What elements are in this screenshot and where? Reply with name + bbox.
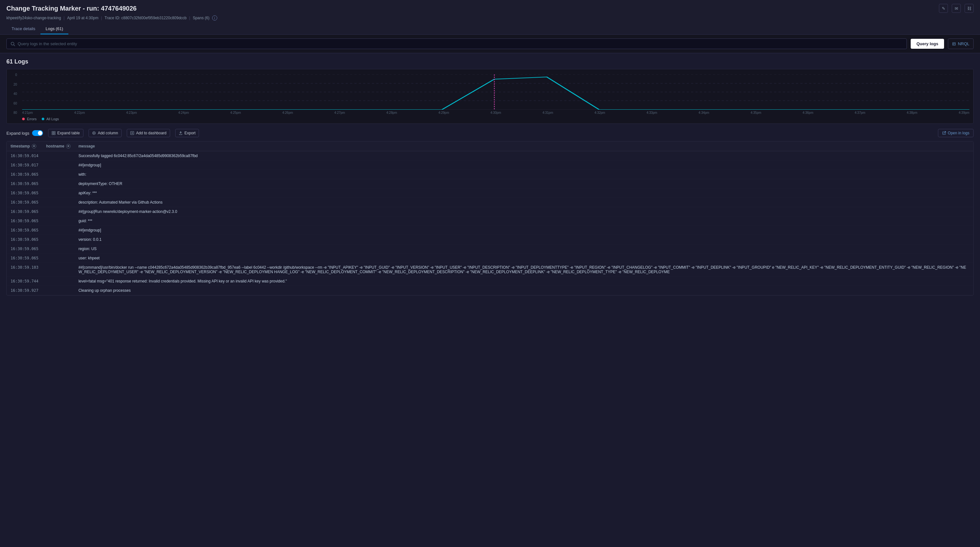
search-input[interactable] [18, 41, 903, 46]
export-button[interactable]: Export [175, 129, 199, 137]
table-row: 16:30:59.065 ##[group]Run newrelic/deplo… [7, 207, 973, 216]
cell-message: region: US [75, 244, 973, 254]
page-title: Change Tracking Marker - run: 4747649026 [6, 5, 137, 12]
tabs: Trace details Logs (61) [6, 24, 974, 34]
export-icon [179, 131, 183, 135]
chart-y-labels: 80 60 40 20 0 [7, 73, 18, 114]
nrql-button[interactable]: NRQL [948, 38, 974, 49]
col-header-message: message [75, 141, 973, 151]
table-row: 16:30:59.065 with: [7, 170, 973, 179]
cell-timestamp: 16:30:59.065 [7, 207, 42, 216]
logs-count: 61 Logs [6, 59, 974, 65]
trace-id: Trace ID: c8807c32fd00ef959eb31220c809dc… [105, 16, 187, 20]
cell-hostname [42, 286, 75, 295]
log-rows: 16:30:59.014 Successfully tagged 6c0442:… [7, 151, 973, 295]
cell-hostname [42, 161, 75, 170]
cell-hostname [42, 277, 75, 286]
breadcrumb: khpeet/fy24sko-change-tracking [6, 16, 61, 20]
cell-message: with: [75, 170, 973, 179]
cell-message: description: Automated Marker via Github… [75, 198, 973, 207]
table-row: 16:30:59.065 version: 0.0.1 [7, 235, 973, 244]
search-bar: Query logs NRQL [0, 35, 980, 53]
open-in-logs-icon [942, 131, 946, 135]
cell-hostname [42, 254, 75, 263]
cell-timestamp: 16:30:59.065 [7, 170, 42, 179]
all-logs-dot [42, 118, 44, 120]
meta-row: khpeet/fy24sko-change-tracking | April 1… [6, 15, 974, 21]
cell-timestamp: 16:30:59.017 [7, 161, 42, 170]
legend-errors: Errors [22, 117, 37, 121]
cell-message: apiKey: *** [75, 189, 973, 198]
cell-hostname [42, 207, 75, 216]
cell-hostname [42, 170, 75, 179]
legend-all-logs: All Logs [42, 117, 59, 121]
table-row: 16:30:59.014 Successfully tagged 6c0442:… [7, 151, 973, 161]
table-header-row: timestamp ✕ hostname ✕ message [7, 141, 973, 151]
table-row: 16:30:59.065 guid: *** [7, 216, 973, 226]
expand-logs-toggle[interactable] [32, 130, 43, 136]
expand-table-icon [52, 131, 56, 135]
expand-table-button[interactable]: Expand table [48, 129, 83, 137]
toggle-knob [38, 131, 42, 135]
search-input-wrap [6, 38, 907, 49]
cell-message: version: 0.0.1 [75, 235, 973, 244]
toolbar-right: Open in logs [938, 129, 974, 137]
close-hostname-col[interactable]: ✕ [66, 144, 71, 149]
info-icon[interactable]: i [212, 15, 217, 21]
cell-message: ##[command]/usr/bin/docker run --name c0… [75, 263, 973, 277]
errors-dot [22, 118, 25, 120]
cell-hostname [42, 179, 75, 189]
search-icon [11, 42, 15, 46]
header-icons: ✎ ✉ ⛓ [939, 4, 974, 13]
cell-message: ##[endgroup] [75, 226, 973, 235]
cell-timestamp: 16:30:59.103 [7, 263, 42, 277]
table-row: 16:30:59.065 region: US [7, 244, 973, 254]
tab-trace-details[interactable]: Trace details [6, 24, 40, 34]
chart-container: 80 60 40 20 0 4:21pm 4 [6, 69, 974, 124]
cell-timestamp: 16:30:59.927 [7, 286, 42, 295]
tab-logs[interactable]: Logs (61) [40, 24, 68, 34]
cell-hostname [42, 263, 75, 277]
table-row: 16:30:59.065 user: khpeet [7, 254, 973, 263]
header-top: Change Tracking Marker - run: 4747649026… [6, 4, 974, 13]
table-row: 16:30:59.744 level=fatal msg="401 respon… [7, 277, 973, 286]
chart-area [22, 75, 969, 109]
add-column-icon [92, 131, 96, 135]
chart-legend: Errors All Logs [22, 117, 969, 121]
cell-hostname [42, 216, 75, 226]
chart-svg [22, 75, 969, 109]
table-row: 16:30:59.065 description: Automated Mark… [7, 198, 973, 207]
mail-icon[interactable]: ✉ [952, 4, 961, 13]
expand-logs-label: Expand logs [6, 131, 30, 136]
cell-hostname [42, 151, 75, 161]
expand-logs-wrap: Expand logs [6, 130, 43, 136]
open-in-logs-button[interactable]: Open in logs [938, 129, 974, 137]
col-header-hostname: hostname ✕ [42, 141, 75, 151]
date-label: April 19 at 4:30pm [67, 16, 98, 20]
toolbar: Expand logs Expand table Add column [6, 129, 974, 137]
table-row: 16:30:59.065 apiKey: *** [7, 189, 973, 198]
cell-hostname [42, 235, 75, 244]
cell-timestamp: 16:30:59.065 [7, 216, 42, 226]
cell-timestamp: 16:30:59.065 [7, 198, 42, 207]
logs-table: timestamp ✕ hostname ✕ message [7, 141, 973, 295]
link-icon[interactable]: ⛓ [965, 4, 974, 13]
cell-timestamp: 16:30:59.014 [7, 151, 42, 161]
query-logs-button[interactable]: Query logs [911, 39, 944, 49]
main-content: 61 Logs 80 60 40 20 0 [0, 53, 980, 301]
close-timestamp-col[interactable]: ✕ [32, 144, 36, 149]
edit-icon[interactable]: ✎ [939, 4, 948, 13]
col-header-timestamp: timestamp ✕ [7, 141, 42, 151]
cell-hostname [42, 226, 75, 235]
table-row: 16:30:59.017 ##[endgroup] [7, 161, 973, 170]
cell-message: Cleaning up orphan processes [75, 286, 973, 295]
cell-hostname [42, 244, 75, 254]
add-to-dashboard-icon [130, 131, 134, 135]
cell-message: level=fatal msg="401 response returned: … [75, 277, 973, 286]
cell-message: user: khpeet [75, 254, 973, 263]
cell-hostname [42, 198, 75, 207]
cell-message: ##[endgroup] [75, 161, 973, 170]
cell-timestamp: 16:30:59.065 [7, 179, 42, 189]
add-to-dashboard-button[interactable]: Add to dashboard [127, 129, 170, 137]
add-column-button[interactable]: Add column [89, 129, 122, 137]
